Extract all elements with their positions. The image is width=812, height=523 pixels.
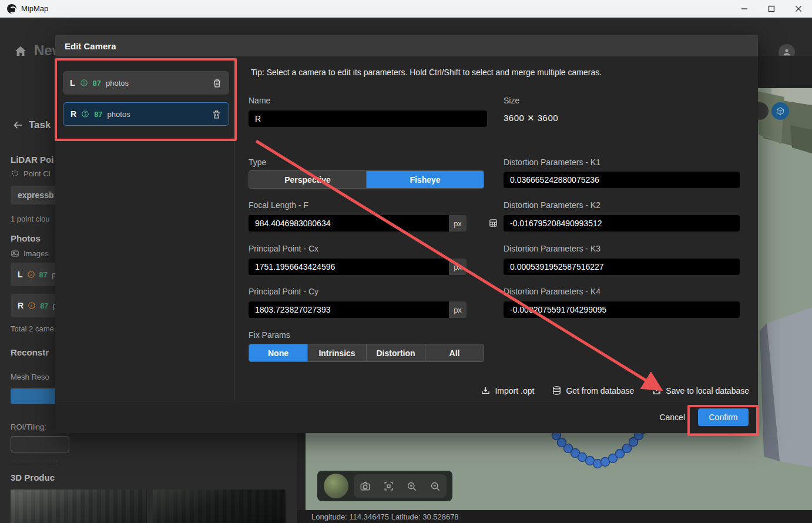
- maximize-button[interactable]: [758, 0, 785, 18]
- name-input[interactable]: [249, 110, 487, 127]
- focal-unit: px: [449, 215, 467, 232]
- close-button[interactable]: [785, 0, 812, 18]
- app-window: MipMap New Project Task LiDAR Poi: [0, 0, 812, 523]
- mesh-resolution-label: Mesh Reso: [11, 373, 49, 381]
- map-statusbar: Longitude: 114.346475 Latitude: 30.52867…: [297, 510, 812, 523]
- k4-input[interactable]: [504, 301, 740, 318]
- minimap-thumbnail[interactable]: [324, 474, 348, 498]
- app-title: MipMap: [21, 4, 48, 13]
- point-cloud-item[interactable]: Point Cl: [11, 169, 51, 178]
- dialog-tip: Tip: Select a camera to edit its paramet…: [251, 68, 602, 77]
- fix-option-distortion[interactable]: Distortion: [366, 344, 425, 361]
- minimize-icon: [741, 5, 748, 12]
- 3d-model-thumbnail-1[interactable]: [11, 490, 147, 523]
- cx-unit: px: [449, 259, 467, 275]
- roi-tiling-input[interactable]: [11, 436, 69, 452]
- point-cloud-count: 1 point clou: [11, 214, 50, 223]
- coordinates-readout: Longitude: 114.346475 Latitude: 30.52867…: [311, 512, 459, 521]
- database-icon: [552, 385, 562, 395]
- 3d-view-button[interactable]: [771, 102, 789, 120]
- photo-count: 87: [40, 301, 48, 310]
- dialog-footer: Cancel Confirm: [55, 401, 758, 433]
- principal-cx-input[interactable]: [249, 259, 449, 275]
- focal-length-label: Focal Length - F: [249, 200, 308, 210]
- app-logo-icon: [7, 4, 16, 14]
- fit-view-button[interactable]: [383, 481, 394, 492]
- name-label: Name: [249, 96, 270, 105]
- frame-corners-icon: [383, 481, 394, 492]
- cancel-button[interactable]: Cancel: [659, 413, 685, 422]
- focal-length-input[interactable]: [249, 215, 449, 232]
- type-toggle: Perspective Fisheye: [249, 170, 484, 189]
- camera-total: Total 2 came: [11, 324, 54, 333]
- size-value: 3600 ✕ 3600: [504, 113, 558, 123]
- images-item[interactable]: Images: [11, 249, 49, 258]
- point-cloud-icon: [11, 169, 19, 178]
- type-option-fisheye[interactable]: Fisheye: [366, 171, 484, 188]
- import-icon: [481, 385, 491, 395]
- photos-section-heading: Photos: [11, 233, 41, 243]
- cube-icon: [776, 106, 785, 116]
- calculator-icon: [488, 218, 498, 228]
- fix-option-none[interactable]: None: [249, 344, 307, 361]
- dialog-action-links: Import .opt Get from database Save to lo…: [481, 385, 749, 395]
- import-opt-button[interactable]: Import .opt: [481, 385, 534, 395]
- import-opt-label: Import .opt: [495, 386, 534, 395]
- back-label: Task: [29, 119, 51, 131]
- minimize-button[interactable]: [731, 0, 758, 18]
- arrow-left-icon: [13, 120, 24, 130]
- zoom-out-button[interactable]: [430, 481, 441, 492]
- annotation-box-camera-list: [55, 58, 237, 141]
- k4-label: Distortion Parameters - K4: [504, 287, 600, 296]
- type-option-perspective[interactable]: Perspective: [249, 171, 366, 188]
- dialog-title: Edit Camera: [65, 41, 116, 51]
- info-icon: [28, 301, 36, 310]
- maximize-icon: [768, 5, 775, 12]
- info-icon: [27, 270, 35, 279]
- save-to-local-database-button[interactable]: Save to local database: [652, 385, 749, 395]
- point-cloud-file-name: expressb: [18, 190, 53, 200]
- fix-params-toggle: None Intrinsics Distortion All: [249, 344, 484, 362]
- fix-option-all[interactable]: All: [425, 344, 484, 361]
- k1-input[interactable]: [504, 172, 740, 188]
- principal-cy-input[interactable]: [249, 301, 449, 318]
- annotation-box-confirm: [687, 405, 759, 436]
- window-titlebar: MipMap: [0, 0, 812, 18]
- fix-option-intrinsics[interactable]: Intrinsics: [307, 344, 366, 361]
- k3-label: Distortion Parameters - K3: [504, 244, 600, 253]
- size-label: Size: [504, 96, 519, 105]
- back-to-task-button[interactable]: Task: [13, 119, 51, 131]
- dialog-header: Edit Camera: [55, 35, 758, 56]
- divider: [11, 461, 58, 461]
- images-label: Images: [24, 249, 49, 258]
- cy-unit: px: [449, 301, 467, 318]
- get-from-database-label: Get from database: [566, 386, 634, 395]
- 3d-model-thumbnail-2[interactable]: [153, 490, 286, 523]
- k1-label: Distortion Parameters - K1: [504, 157, 600, 167]
- point-cloud-label: Point Cl: [24, 169, 51, 178]
- get-from-database-button[interactable]: Get from database: [552, 385, 634, 395]
- camera-icon: [360, 481, 371, 492]
- save-to-local-database-label: Save to local database: [666, 386, 749, 395]
- products-section-heading: 3D Produc: [11, 472, 55, 482]
- zoom-in-icon: [406, 481, 417, 492]
- photo-count: 87: [39, 270, 48, 279]
- fix-params-label: Fix Params: [249, 330, 290, 340]
- k2-label: Distortion Parameters - K2: [504, 200, 600, 210]
- screenshot-button[interactable]: [360, 481, 371, 492]
- lidar-section-heading: LiDAR Poi: [11, 155, 53, 165]
- images-icon: [11, 249, 19, 258]
- k3-input[interactable]: [504, 259, 740, 275]
- camera-name: R: [18, 301, 24, 310]
- principal-cx-label: Principal Point - Cx: [249, 244, 318, 253]
- type-label: Type: [249, 157, 266, 167]
- k2-input[interactable]: [504, 215, 740, 232]
- focal-calculator-button[interactable]: [488, 218, 498, 228]
- save-icon: [652, 385, 662, 395]
- zoom-in-button[interactable]: [406, 481, 417, 492]
- camera-name: L: [18, 270, 23, 279]
- close-icon: [795, 5, 802, 12]
- map-toolbar: [317, 471, 452, 501]
- principal-cy-label: Principal Point - Cy: [249, 287, 318, 296]
- zoom-out-icon: [430, 481, 441, 492]
